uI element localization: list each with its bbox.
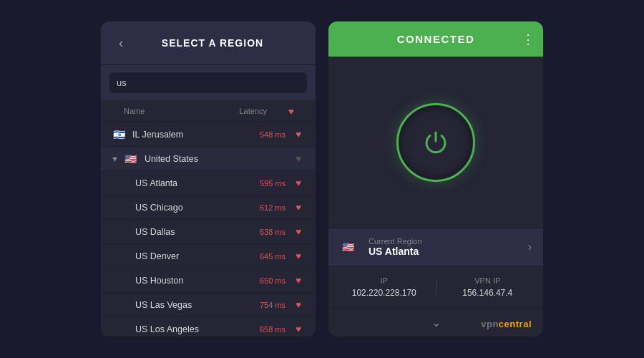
vpn-ip-block: VPN IP 156.146.47.4 xyxy=(444,276,532,298)
col-name-header: Name xyxy=(111,107,224,115)
region-name: IL Jerusalem xyxy=(132,130,250,140)
region-name: US Atlanta xyxy=(135,178,250,188)
vpn-ip-label: VPN IP xyxy=(444,276,532,285)
region-row[interactable]: US Dallas 638 ms ♥ xyxy=(101,220,316,244)
region-name: US Dallas xyxy=(135,227,250,237)
region-row[interactable]: US Las Vegas 754 ms ♥ xyxy=(101,293,316,317)
power-button-area xyxy=(328,57,543,228)
region-row[interactable]: US Denver 645 ms ♥ xyxy=(101,244,316,268)
search-box xyxy=(101,65,316,100)
vpn-ip-value: 156.146.47.4 xyxy=(444,288,532,298)
favorite-icon[interactable]: ♥ xyxy=(291,275,306,286)
power-button[interactable] xyxy=(396,103,475,182)
region-latency: 645 ms xyxy=(250,252,286,261)
region-name: US Los Angeles xyxy=(135,324,250,334)
region-row[interactable]: US Atlanta 595 ms ♥ xyxy=(101,171,316,195)
region-latency: 548 ms xyxy=(250,130,286,139)
favorite-icon[interactable]: ♥ xyxy=(291,202,306,213)
country-row[interactable]: ▼ 🇺🇸 United States ♥ xyxy=(101,147,316,171)
current-region-info: Current Region US Atlanta xyxy=(369,237,528,257)
region-name: US Denver xyxy=(135,251,250,261)
back-button[interactable]: ‹ xyxy=(111,33,131,53)
ip-value: 102.220.228.170 xyxy=(340,288,429,298)
ip-divider xyxy=(436,279,436,295)
region-latency: 658 ms xyxy=(250,325,286,334)
menu-dots-button[interactable]: ⋮ xyxy=(522,32,535,47)
app-container: ‹ SELECT A REGION Name Latency ♥ 🇮🇱 IL J… xyxy=(87,7,557,351)
country-name: United States xyxy=(145,154,250,164)
panel-header: ‹ SELECT A REGION xyxy=(101,21,316,65)
power-icon xyxy=(421,128,450,157)
region-name: US Houston xyxy=(135,276,250,286)
favorite-icon[interactable]: ♥ xyxy=(291,178,306,188)
current-region-label: Current Region xyxy=(369,237,528,246)
flag-icon: 🇺🇸 xyxy=(123,153,139,164)
connection-status-label: CONNECTED xyxy=(397,33,475,45)
region-select-panel: ‹ SELECT A REGION Name Latency ♥ 🇮🇱 IL J… xyxy=(101,21,316,337)
favorite-icon[interactable]: ♥ xyxy=(291,129,306,140)
search-input[interactable] xyxy=(109,72,307,93)
brand-accent: central xyxy=(499,319,532,329)
region-list: 🇮🇱 IL Jerusalem 548 ms ♥ ▼ 🇺🇸 United Sta… xyxy=(101,122,316,337)
favorites-header-icon: ♥ xyxy=(288,106,294,117)
current-region-name: US Atlanta xyxy=(369,246,528,257)
region-row[interactable]: 🇮🇱 IL Jerusalem 548 ms ♥ xyxy=(101,122,316,147)
favorite-icon[interactable]: ♥ xyxy=(291,251,306,261)
region-latency: 612 ms xyxy=(250,203,286,212)
ip-label: IP xyxy=(340,276,429,285)
region-latency: 638 ms xyxy=(250,228,286,236)
region-row[interactable]: US Los Angeles 658 ms ♥ xyxy=(101,317,316,337)
chevron-down-icon: ⌄ xyxy=(431,316,441,329)
favorite-icon[interactable]: ♥ xyxy=(291,324,306,334)
region-name: US Las Vegas xyxy=(135,300,250,310)
brand-logo: vpncentral xyxy=(481,319,532,329)
chevron-right-icon: › xyxy=(528,241,532,253)
region-name: US Chicago xyxy=(135,203,250,213)
ip-block: IP 102.220.228.170 xyxy=(340,276,429,298)
current-region-bar[interactable]: 🇺🇸 Current Region US Atlanta › xyxy=(328,228,543,266)
ip-section: IP 102.220.228.170 VPN IP 156.146.47.4 xyxy=(328,266,543,308)
column-headers: Name Latency ♥ xyxy=(101,100,316,122)
favorite-icon[interactable]: ♥ xyxy=(291,226,306,237)
brand-text: vpn xyxy=(481,319,499,329)
region-row[interactable]: US Houston 650 ms ♥ xyxy=(101,268,316,293)
vpn-status-panel: CONNECTED ⋮ 🇺🇸 Current Region US Atlanta… xyxy=(328,21,543,337)
region-latency: 754 ms xyxy=(250,301,286,309)
current-region-flag: 🇺🇸 xyxy=(340,242,356,253)
connection-status-header: CONNECTED ⋮ xyxy=(328,21,543,57)
flag-icon: 🇮🇱 xyxy=(111,129,127,140)
col-latency-header: Latency xyxy=(224,107,288,115)
panel-title: SELECT A REGION xyxy=(140,37,306,49)
region-latency: 650 ms xyxy=(250,276,286,285)
region-row[interactable]: US Chicago 612 ms ♥ xyxy=(101,195,316,220)
chevron-down-icon: ▼ xyxy=(111,155,119,163)
favorite-icon[interactable]: ♥ xyxy=(291,299,306,310)
favorite-icon[interactable]: ♥ xyxy=(291,153,306,164)
region-latency: 595 ms xyxy=(250,179,286,188)
